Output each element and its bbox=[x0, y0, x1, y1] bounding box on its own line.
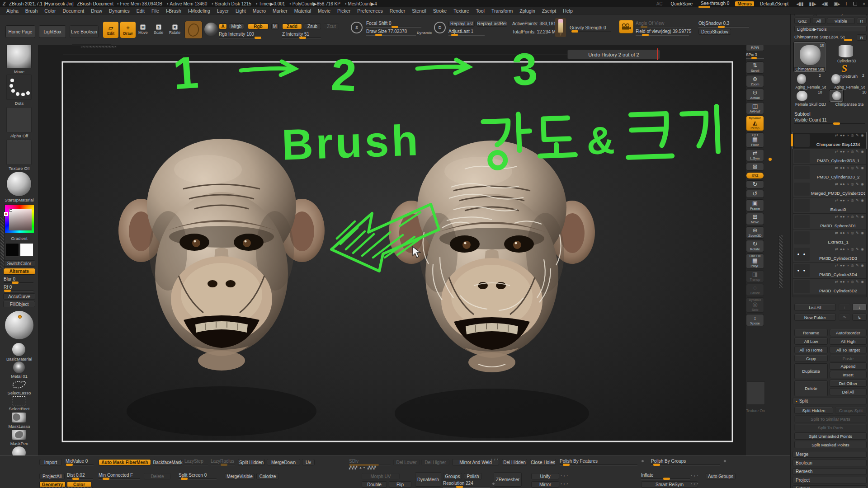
export-visible-button[interactable]: Visible bbox=[827, 18, 855, 24]
field-of-view-slider[interactable]: Field of view(deg) 39.59775 bbox=[636, 29, 689, 36]
split-screen-slider[interactable]: Split Screen 0 bbox=[179, 473, 217, 479]
switch-color-button[interactable]: SwitchColor bbox=[3, 260, 35, 267]
color-picker[interactable] bbox=[5, 204, 34, 233]
document-view[interactable]: 1 2 3 Brush & bbox=[38, 45, 746, 455]
menu-item[interactable]: Preferences bbox=[357, 8, 383, 14]
accucurve-button[interactable]: AccuCurve bbox=[3, 293, 35, 300]
menu-item[interactable]: Brush bbox=[25, 8, 38, 14]
cam-lock-icon[interactable]: ⊠ bbox=[746, 163, 764, 171]
material-thumbnail[interactable] bbox=[6, 171, 32, 197]
subtool-row[interactable]: ⇄ ●● ◑ ◎ ✎ ◉ Extract0 bbox=[793, 197, 866, 214]
dynamic-label[interactable]: Dynamic bbox=[417, 31, 432, 35]
menu-item[interactable]: Material bbox=[294, 8, 311, 14]
texture-preview-box[interactable] bbox=[747, 381, 765, 405]
draw-button[interactable]: + Draw bbox=[120, 22, 136, 38]
adjust-last-slider[interactable]: AdjustLast 1 bbox=[448, 29, 485, 36]
zsub-button[interactable]: Zsub bbox=[304, 23, 321, 29]
main-color-swatch[interactable] bbox=[5, 243, 19, 257]
secondary-color-swatch[interactable] bbox=[20, 243, 33, 257]
blur-slider[interactable]: Blur 0 bbox=[4, 277, 33, 283]
boolean-section-header[interactable]: Boolean bbox=[793, 460, 867, 466]
draw-size-slider[interactable]: Draw Size 77.02378 bbox=[366, 29, 416, 36]
subtool-row[interactable]: ⇄ ●● ◑ ◎ ✎ ◉ Chimpanzee Step1234 bbox=[793, 132, 866, 149]
subtool-up-icon[interactable]: ↑ bbox=[839, 304, 850, 311]
lightbox-divider[interactable] bbox=[72, 44, 111, 46]
tool-slider-notch[interactable] bbox=[844, 39, 852, 41]
del-other-button[interactable]: Del Other bbox=[830, 380, 867, 387]
split-hidden-button[interactable]: Split Hidden bbox=[794, 407, 833, 414]
undo-history-label[interactable]: Undo History 2 out of 2 bbox=[567, 50, 660, 59]
ac-button[interactable]: AC bbox=[654, 1, 665, 6]
menu-item[interactable]: Layer bbox=[217, 8, 229, 14]
replay-last-button[interactable]: ReplayLast bbox=[448, 21, 475, 27]
del-all-button[interactable]: Del All bbox=[830, 388, 867, 395]
canvas-area[interactable]: 1 2 3 Brush & bbox=[38, 45, 746, 455]
subtool-header[interactable]: Subtool bbox=[794, 111, 811, 117]
del-lower-button[interactable]: Del Lower bbox=[393, 459, 420, 465]
angle-of-view-slider[interactable]: Angle Of View bbox=[636, 21, 684, 28]
extract-section-header[interactable]: Extract bbox=[793, 485, 867, 488]
menu-item[interactable]: Color bbox=[44, 8, 56, 14]
subtool-row[interactable]: ⇄ ●● ◑ ◎ ✎ ◉ Extract1_1 bbox=[793, 230, 866, 246]
export-all-button[interactable]: All bbox=[812, 18, 826, 24]
import-button[interactable]: Import bbox=[39, 459, 62, 465]
split-hidden-shelf-button[interactable]: Split Hidden bbox=[238, 459, 265, 465]
xyz-constraint[interactable]: XYZ bbox=[746, 172, 764, 179]
all-low-button[interactable]: All Low bbox=[794, 338, 828, 345]
project-section-header[interactable]: Project bbox=[793, 477, 867, 483]
menu-item[interactable]: Stencil bbox=[412, 8, 426, 14]
split-section-header[interactable]: Split bbox=[793, 398, 867, 404]
r-button[interactable]: R bbox=[857, 18, 867, 24]
top-shelf-divider[interactable] bbox=[80, 46, 117, 48]
see-through-slider[interactable]: See-through 0 bbox=[698, 1, 731, 7]
metal-material-thumbnail[interactable] bbox=[13, 361, 25, 373]
camera-button[interactable] bbox=[619, 20, 633, 33]
menu-item[interactable]: Picker bbox=[337, 8, 350, 14]
left-tray-divider[interactable] bbox=[0, 216, 5, 269]
visible-count-slider[interactable]: Visible Count 11 bbox=[794, 117, 865, 124]
polish-by-groups-slider[interactable]: Polish By Groups bbox=[651, 459, 720, 465]
auto-mask-fibermesh-button[interactable]: Auto Mask FiberMesh bbox=[99, 459, 151, 465]
uv-button[interactable]: Uv bbox=[302, 459, 315, 465]
aahalf-icon[interactable]: ◫ AAHalf bbox=[746, 102, 764, 114]
subtool-row[interactable]: ⇄ ●● ◑ ◎ ✎ ◉ PM3D_Sphere3D1 bbox=[793, 214, 866, 230]
split-similar-button[interactable]: Split To Similar Parts bbox=[794, 415, 867, 422]
groups-split-button[interactable]: Groups Split bbox=[835, 407, 867, 414]
delete-button[interactable]: Delete bbox=[794, 380, 828, 396]
resolution-mode-dot[interactable] bbox=[492, 482, 495, 485]
split-masked-button[interactable]: Split Masked Points bbox=[794, 441, 867, 448]
deep-shadow-button[interactable]: DeepShadow bbox=[698, 29, 731, 35]
tool-aging-female-1-thumbnail[interactable] bbox=[795, 73, 808, 85]
edit-button[interactable]: ▱ Edit bbox=[103, 22, 118, 38]
mergedown-button[interactable]: MergeDown bbox=[267, 459, 300, 465]
gradient-label[interactable]: Gradient bbox=[0, 236, 38, 241]
current-tool-label[interactable]: Chimpanzee Step1234. 51 bbox=[794, 34, 845, 39]
split-to-parts-button[interactable]: Split To Parts bbox=[794, 424, 867, 431]
density-curve-icon[interactable]: D bbox=[434, 22, 446, 33]
subtool-row[interactable]: ⇄ ●● ◑ ◎ ✎ ◉ PM3D_Cylinder3D3_2 bbox=[793, 165, 866, 181]
select-lasso-icon[interactable] bbox=[11, 380, 27, 389]
select-rect-icon[interactable] bbox=[13, 396, 25, 405]
menu-item[interactable]: I-Modeling bbox=[188, 8, 210, 14]
home-page-button[interactable]: Home Page bbox=[5, 25, 35, 38]
divider-toggle-icon[interactable]: ◂▣ bbox=[821, 1, 828, 6]
simplebrush-icon[interactable]: S bbox=[841, 62, 847, 75]
material-sphere-icon[interactable] bbox=[204, 23, 218, 36]
gravity-direction-widget[interactable] bbox=[555, 18, 566, 37]
rotate-icon[interactable]: ↻ Rotate bbox=[746, 240, 764, 252]
min-connected-slider[interactable]: Min Connected F bbox=[99, 473, 140, 479]
backface-mask-button[interactable]: BackfaceMask bbox=[154, 459, 182, 465]
double-button[interactable]: Double bbox=[362, 481, 387, 488]
current-brush-thumbnail[interactable] bbox=[184, 21, 203, 39]
split-unmasked-button[interactable]: Split Unmasked Points bbox=[794, 432, 867, 440]
move-icon[interactable]: ⊞ Move bbox=[746, 213, 764, 225]
resolution-slider[interactable]: Resolution 224 bbox=[443, 481, 490, 488]
quicksave-button[interactable]: QuickSave bbox=[669, 1, 695, 6]
right-tray-divider[interactable] bbox=[778, 235, 783, 288]
paste-button[interactable]: Paste bbox=[830, 355, 867, 362]
lazystep-slider[interactable]: LazyStep bbox=[184, 459, 208, 465]
copy-button[interactable]: Copy bbox=[794, 355, 828, 362]
solo-icon[interactable]: Dynamic ◎ Solo bbox=[746, 297, 764, 313]
lazyradius-slider[interactable]: LazyRadius bbox=[211, 459, 235, 465]
floor-icon[interactable]: x y z ▦ Floor bbox=[746, 132, 764, 148]
